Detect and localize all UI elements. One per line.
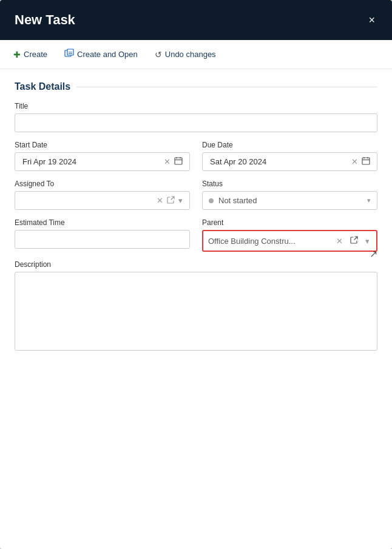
due-date-field: ✕ (202, 152, 377, 171)
status-label: Status (202, 180, 377, 188)
dialog-header: New Task × (0, 0, 392, 40)
status-group: Status Not started ▾ (202, 180, 377, 210)
start-date-input[interactable] (20, 153, 162, 170)
assigned-to-label: Assigned To (15, 180, 190, 188)
start-date-field: ✕ (15, 152, 190, 171)
create-and-open-button[interactable]: Create and Open (61, 46, 141, 62)
assigned-to-field: ✕ ▾ (15, 191, 190, 210)
form-grid: Title Start Date ✕ (15, 102, 377, 351)
description-label: Description (15, 260, 377, 269)
parent-clear-button[interactable]: ✕ (334, 235, 345, 247)
close-button[interactable]: × (366, 12, 377, 28)
assigned-to-chevron-button[interactable]: ▾ (177, 195, 184, 206)
start-date-calendar-button[interactable] (172, 155, 184, 168)
parent-group: Parent Office Building Constru... ✕ ▾ (202, 218, 377, 252)
status-select[interactable]: Not started ▾ (202, 191, 377, 210)
form-content: Task Details Title Start Date ✕ (0, 69, 392, 549)
due-date-input[interactable] (208, 153, 350, 170)
description-expand-button[interactable]: ↗ (370, 248, 377, 260)
start-date-clear-button[interactable]: ✕ (162, 156, 172, 167)
title-group: Title (15, 102, 377, 132)
start-date-label: Start Date (15, 141, 190, 149)
title-input[interactable] (15, 113, 377, 132)
parent-field: Office Building Constru... ✕ ▾ (202, 230, 377, 252)
due-date-label: Due Date (202, 141, 377, 149)
create-open-label: Create and Open (77, 50, 138, 59)
due-date-calendar-button[interactable] (360, 155, 372, 168)
create-open-icon (64, 49, 74, 60)
new-task-dialog: New Task × ✚ Create Create and Open ↺ Un… (0, 0, 392, 549)
dialog-title: New Task (15, 12, 75, 28)
due-date-clear-button[interactable]: ✕ (350, 156, 360, 167)
estimated-time-input[interactable] (15, 230, 190, 249)
assigned-to-input[interactable] (20, 192, 155, 209)
estimated-time-label: Estimated Time (15, 218, 190, 227)
parent-chevron-button[interactable]: ▾ (363, 235, 371, 247)
due-date-group: Due Date ✕ (202, 141, 377, 171)
title-label: Title (15, 102, 377, 110)
parent-value: Office Building Constru... (208, 237, 331, 246)
estimated-time-group: Estimated Time (15, 218, 190, 252)
assigned-to-clear-button[interactable]: ✕ (155, 195, 165, 206)
assigned-to-link-button[interactable] (165, 195, 177, 207)
start-date-group: Start Date ✕ (15, 141, 190, 171)
undo-icon: ↺ (155, 50, 162, 59)
undo-label: Undo changes (165, 50, 216, 59)
assigned-to-group: Assigned To ✕ ▾ (15, 180, 190, 210)
parent-link-button[interactable] (348, 235, 360, 247)
toolbar: ✚ Create Create and Open ↺ Undo changes (0, 40, 392, 69)
section-title: Task Details (15, 81, 377, 92)
svg-rect-4 (175, 158, 182, 164)
description-textarea[interactable] (15, 272, 377, 351)
status-chevron-icon: ▾ (367, 197, 371, 204)
status-value: Not started (218, 196, 362, 205)
undo-button[interactable]: ↺ Undo changes (151, 47, 220, 62)
create-label: Create (24, 50, 47, 59)
plus-icon: ✚ (13, 50, 21, 59)
parent-label: Parent (202, 218, 377, 227)
status-dot (209, 198, 214, 203)
svg-rect-8 (362, 158, 370, 164)
description-group: Description ↗ (15, 260, 377, 351)
create-button[interactable]: ✚ Create (10, 47, 51, 62)
